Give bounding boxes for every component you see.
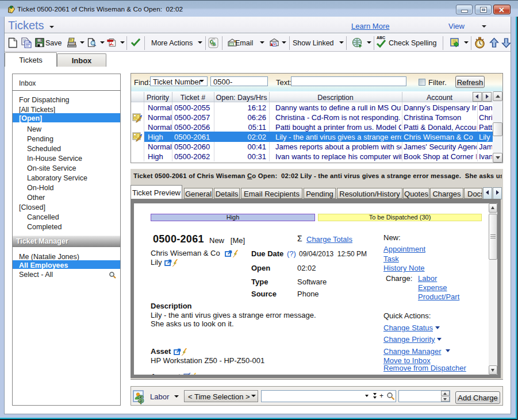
svg-text:$: $ <box>138 394 144 404</box>
svg-text:B: B <box>213 42 216 46</box>
